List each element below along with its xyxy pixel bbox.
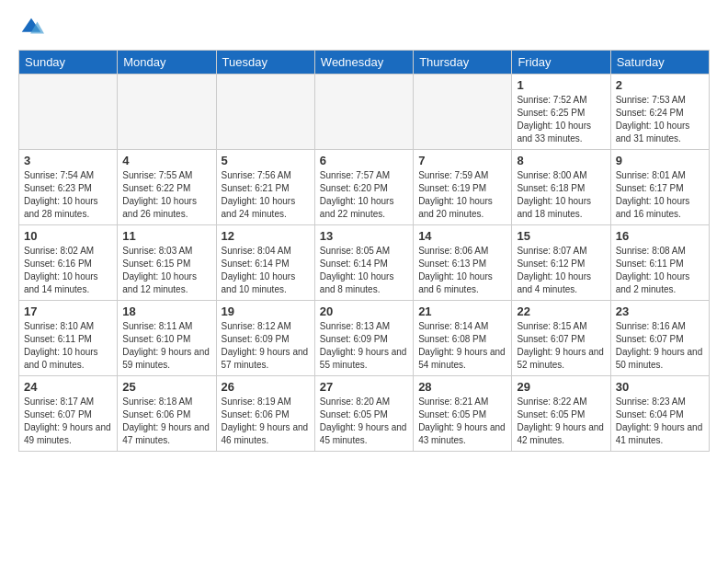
day-info: Sunrise: 8:05 AM Sunset: 6:14 PM Dayligh… — [320, 245, 408, 296]
calendar-cell: 13Sunrise: 8:05 AM Sunset: 6:14 PM Dayli… — [314, 225, 413, 301]
calendar-cell — [216, 75, 314, 150]
header-day-wednesday: Wednesday — [314, 51, 413, 75]
day-info: Sunrise: 8:11 AM Sunset: 6:10 PM Dayligh… — [122, 320, 210, 372]
calendar-cell: 28Sunrise: 8:21 AM Sunset: 6:05 PM Dayli… — [414, 376, 512, 452]
calendar-cell: 26Sunrise: 8:19 AM Sunset: 6:06 PM Dayli… — [216, 376, 314, 452]
day-info: Sunrise: 8:01 AM Sunset: 6:17 PM Dayligh… — [616, 169, 704, 221]
header-day-thursday: Thursday — [414, 51, 512, 75]
header-day-friday: Friday — [512, 51, 610, 75]
calendar-week-5: 24Sunrise: 8:17 AM Sunset: 6:07 PM Dayli… — [19, 376, 710, 452]
calendar-cell: 3Sunrise: 7:54 AM Sunset: 6:23 PM Daylig… — [19, 150, 118, 225]
calendar-cell: 23Sunrise: 8:16 AM Sunset: 6:07 PM Dayli… — [610, 301, 709, 376]
day-info: Sunrise: 8:21 AM Sunset: 6:05 PM Dayligh… — [418, 396, 506, 447]
day-info: Sunrise: 7:52 AM Sunset: 6:25 PM Dayligh… — [517, 94, 605, 145]
day-info: Sunrise: 8:06 AM Sunset: 6:13 PM Dayligh… — [418, 245, 506, 296]
day-number: 24 — [24, 380, 112, 394]
day-number: 4 — [122, 154, 210, 167]
day-number: 9 — [616, 154, 704, 167]
header-day-saturday: Saturday — [610, 51, 709, 75]
calendar-cell: 11Sunrise: 8:03 AM Sunset: 6:15 PM Dayli… — [118, 225, 216, 301]
header-day-monday: Monday — [118, 51, 216, 75]
day-number: 7 — [418, 154, 506, 167]
logo-icon — [18, 15, 44, 40]
calendar-cell: 20Sunrise: 8:13 AM Sunset: 6:09 PM Dayli… — [314, 301, 413, 376]
header-day-sunday: Sunday — [19, 51, 118, 75]
day-number: 29 — [517, 380, 605, 394]
day-info: Sunrise: 8:00 AM Sunset: 6:18 PM Dayligh… — [517, 169, 605, 221]
calendar-cell: 24Sunrise: 8:17 AM Sunset: 6:07 PM Dayli… — [19, 376, 118, 452]
day-number: 10 — [24, 229, 112, 243]
calendar-cell: 2Sunrise: 7:53 AM Sunset: 6:24 PM Daylig… — [610, 75, 709, 150]
day-number: 14 — [418, 229, 506, 243]
day-info: Sunrise: 8:15 AM Sunset: 6:07 PM Dayligh… — [517, 320, 605, 372]
day-info: Sunrise: 8:04 AM Sunset: 6:14 PM Dayligh… — [222, 245, 310, 296]
day-info: Sunrise: 7:56 AM Sunset: 6:21 PM Dayligh… — [222, 169, 310, 221]
day-number: 2 — [616, 78, 704, 92]
calendar-week-2: 3Sunrise: 7:54 AM Sunset: 6:23 PM Daylig… — [19, 150, 710, 225]
logo — [18, 15, 48, 40]
day-number: 12 — [222, 229, 310, 243]
day-info: Sunrise: 8:22 AM Sunset: 6:05 PM Dayligh… — [517, 396, 605, 447]
day-number: 21 — [418, 304, 506, 318]
day-info: Sunrise: 8:07 AM Sunset: 6:12 PM Dayligh… — [517, 245, 605, 296]
day-info: Sunrise: 8:13 AM Sunset: 6:09 PM Dayligh… — [320, 320, 408, 372]
day-info: Sunrise: 8:18 AM Sunset: 6:06 PM Dayligh… — [122, 396, 210, 447]
day-number: 25 — [122, 380, 210, 394]
calendar-cell — [414, 75, 512, 150]
day-number: 19 — [222, 304, 310, 318]
day-info: Sunrise: 8:02 AM Sunset: 6:16 PM Dayligh… — [24, 245, 112, 296]
day-info: Sunrise: 8:12 AM Sunset: 6:09 PM Dayligh… — [222, 320, 310, 372]
calendar-cell — [314, 75, 413, 150]
day-number: 1 — [517, 78, 605, 92]
header-day-tuesday: Tuesday — [216, 51, 314, 75]
calendar-cell: 7Sunrise: 7:59 AM Sunset: 6:19 PM Daylig… — [414, 150, 512, 225]
calendar-table: SundayMondayTuesdayWednesdayThursdayFrid… — [18, 50, 710, 452]
day-number: 16 — [616, 229, 704, 243]
day-number: 15 — [517, 229, 605, 243]
day-number: 18 — [122, 304, 210, 318]
day-number: 26 — [222, 380, 310, 394]
calendar-cell: 19Sunrise: 8:12 AM Sunset: 6:09 PM Dayli… — [216, 301, 314, 376]
day-number: 17 — [24, 304, 112, 318]
header — [18, 15, 710, 40]
day-info: Sunrise: 8:17 AM Sunset: 6:07 PM Dayligh… — [24, 396, 112, 447]
day-info: Sunrise: 8:19 AM Sunset: 6:06 PM Dayligh… — [222, 396, 310, 447]
day-number: 28 — [418, 380, 506, 394]
day-number: 22 — [517, 304, 605, 318]
calendar-header-row: SundayMondayTuesdayWednesdayThursdayFrid… — [19, 51, 710, 75]
calendar-cell: 17Sunrise: 8:10 AM Sunset: 6:11 PM Dayli… — [19, 301, 118, 376]
page: SundayMondayTuesdayWednesdayThursdayFrid… — [0, 0, 728, 466]
calendar-cell: 22Sunrise: 8:15 AM Sunset: 6:07 PM Dayli… — [512, 301, 610, 376]
day-info: Sunrise: 8:10 AM Sunset: 6:11 PM Dayligh… — [24, 320, 112, 372]
day-number: 3 — [24, 154, 112, 167]
day-info: Sunrise: 8:20 AM Sunset: 6:05 PM Dayligh… — [320, 396, 408, 447]
day-info: Sunrise: 7:59 AM Sunset: 6:19 PM Dayligh… — [418, 169, 506, 221]
day-number: 20 — [320, 304, 408, 318]
calendar-week-1: 1Sunrise: 7:52 AM Sunset: 6:25 PM Daylig… — [19, 75, 710, 150]
day-number: 27 — [320, 380, 408, 394]
calendar-week-4: 17Sunrise: 8:10 AM Sunset: 6:11 PM Dayli… — [19, 301, 710, 376]
calendar-cell — [19, 75, 118, 150]
day-info: Sunrise: 8:16 AM Sunset: 6:07 PM Dayligh… — [616, 320, 704, 372]
day-number: 30 — [616, 380, 704, 394]
calendar-cell: 9Sunrise: 8:01 AM Sunset: 6:17 PM Daylig… — [610, 150, 709, 225]
calendar-cell: 12Sunrise: 8:04 AM Sunset: 6:14 PM Dayli… — [216, 225, 314, 301]
day-number: 6 — [320, 154, 408, 167]
calendar-cell: 10Sunrise: 8:02 AM Sunset: 6:16 PM Dayli… — [19, 225, 118, 301]
day-info: Sunrise: 8:14 AM Sunset: 6:08 PM Dayligh… — [418, 320, 506, 372]
calendar-cell: 6Sunrise: 7:57 AM Sunset: 6:20 PM Daylig… — [314, 150, 413, 225]
calendar-cell — [118, 75, 216, 150]
calendar-cell: 4Sunrise: 7:55 AM Sunset: 6:22 PM Daylig… — [118, 150, 216, 225]
day-info: Sunrise: 7:53 AM Sunset: 6:24 PM Dayligh… — [616, 94, 704, 145]
calendar-cell: 30Sunrise: 8:23 AM Sunset: 6:04 PM Dayli… — [610, 376, 709, 452]
day-info: Sunrise: 8:08 AM Sunset: 6:11 PM Dayligh… — [616, 245, 704, 296]
calendar-cell: 21Sunrise: 8:14 AM Sunset: 6:08 PM Dayli… — [414, 301, 512, 376]
day-number: 11 — [122, 229, 210, 243]
calendar-cell: 29Sunrise: 8:22 AM Sunset: 6:05 PM Dayli… — [512, 376, 610, 452]
day-info: Sunrise: 7:54 AM Sunset: 6:23 PM Dayligh… — [24, 169, 112, 221]
calendar-cell: 18Sunrise: 8:11 AM Sunset: 6:10 PM Dayli… — [118, 301, 216, 376]
calendar-cell: 1Sunrise: 7:52 AM Sunset: 6:25 PM Daylig… — [512, 75, 610, 150]
day-info: Sunrise: 8:23 AM Sunset: 6:04 PM Dayligh… — [616, 396, 704, 447]
calendar-cell: 16Sunrise: 8:08 AM Sunset: 6:11 PM Dayli… — [610, 225, 709, 301]
day-number: 5 — [222, 154, 310, 167]
